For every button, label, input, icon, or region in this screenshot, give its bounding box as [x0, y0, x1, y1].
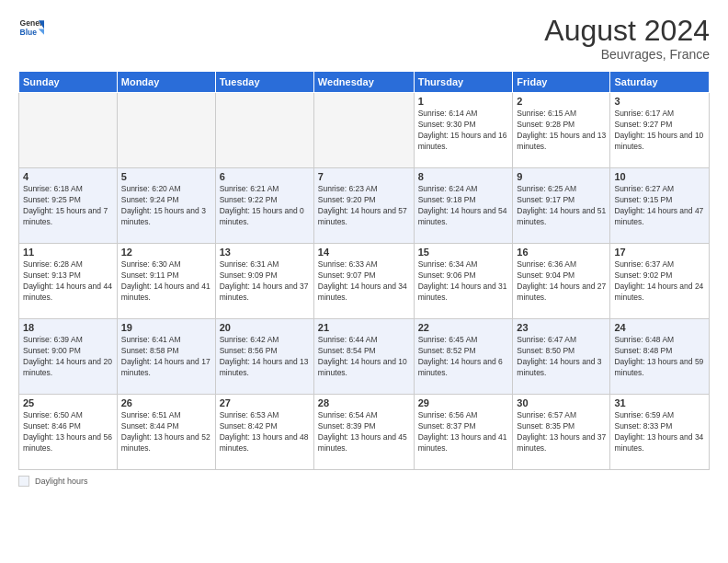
- day-info: Sunrise: 6:51 AM Sunset: 8:44 PM Dayligh…: [121, 410, 211, 454]
- header: General Blue August 2024 Beuvrages, Fran…: [18, 15, 710, 62]
- day-number: 3: [614, 96, 705, 107]
- location: Beuvrages, France: [544, 47, 710, 62]
- day-number: 30: [517, 397, 606, 408]
- logo: General Blue: [18, 15, 44, 40]
- day-info: Sunrise: 6:59 AM Sunset: 8:33 PM Dayligh…: [614, 410, 705, 454]
- calendar-cell: [215, 93, 313, 168]
- day-info: Sunrise: 6:31 AM Sunset: 9:09 PM Dayligh…: [220, 259, 310, 304]
- svg-text:Blue: Blue: [20, 28, 38, 37]
- day-number: 20: [220, 322, 310, 333]
- day-info: Sunrise: 6:50 AM Sunset: 8:46 PM Dayligh…: [23, 410, 113, 454]
- calendar-cell: 16Sunrise: 6:36 AM Sunset: 9:04 PM Dayli…: [513, 244, 610, 319]
- day-number: 4: [23, 171, 113, 182]
- day-info: Sunrise: 6:45 AM Sunset: 8:52 PM Dayligh…: [418, 335, 509, 379]
- calendar-cell: 14Sunrise: 6:33 AM Sunset: 9:07 PM Dayli…: [313, 244, 414, 319]
- day-info: Sunrise: 6:21 AM Sunset: 9:22 PM Dayligh…: [220, 184, 310, 228]
- calendar-cell: [19, 93, 118, 168]
- header-tuesday: Tuesday: [215, 72, 313, 93]
- day-number: 19: [121, 322, 211, 333]
- calendar-cell: [117, 93, 215, 168]
- day-info: Sunrise: 6:36 AM Sunset: 9:04 PM Dayligh…: [517, 259, 606, 304]
- header-saturday: Saturday: [610, 72, 710, 93]
- calendar-cell: 27Sunrise: 6:53 AM Sunset: 8:42 PM Dayli…: [215, 395, 313, 470]
- month-year: August 2024: [544, 15, 710, 47]
- day-info: Sunrise: 6:42 AM Sunset: 8:56 PM Dayligh…: [220, 335, 310, 379]
- day-number: 22: [418, 322, 509, 333]
- calendar-cell: 25Sunrise: 6:50 AM Sunset: 8:46 PM Dayli…: [19, 395, 118, 470]
- day-info: Sunrise: 6:37 AM Sunset: 9:02 PM Dayligh…: [614, 259, 705, 304]
- calendar-cell: 5Sunrise: 6:20 AM Sunset: 9:24 PM Daylig…: [117, 168, 215, 244]
- week-row-3: 11Sunrise: 6:28 AM Sunset: 9:13 PM Dayli…: [19, 244, 710, 319]
- day-info: Sunrise: 6:44 AM Sunset: 8:54 PM Dayligh…: [318, 335, 410, 379]
- day-number: 16: [517, 247, 606, 258]
- day-info: Sunrise: 6:39 AM Sunset: 9:00 PM Dayligh…: [23, 335, 113, 379]
- day-info: Sunrise: 6:23 AM Sunset: 9:20 PM Dayligh…: [318, 184, 410, 228]
- calendar-cell: 28Sunrise: 6:54 AM Sunset: 8:39 PM Dayli…: [313, 395, 414, 470]
- header-friday: Friday: [513, 72, 610, 93]
- week-row-4: 18Sunrise: 6:39 AM Sunset: 9:00 PM Dayli…: [19, 319, 710, 395]
- calendar-cell: 20Sunrise: 6:42 AM Sunset: 8:56 PM Dayli…: [215, 319, 313, 395]
- day-number: 2: [517, 96, 606, 107]
- calendar-cell: 1Sunrise: 6:14 AM Sunset: 9:30 PM Daylig…: [414, 93, 513, 168]
- day-number: 28: [318, 397, 410, 408]
- day-info: Sunrise: 6:24 AM Sunset: 9:18 PM Dayligh…: [418, 184, 509, 228]
- day-number: 24: [614, 322, 705, 333]
- day-number: 9: [517, 171, 606, 182]
- calendar-cell: 11Sunrise: 6:28 AM Sunset: 9:13 PM Dayli…: [19, 244, 118, 319]
- day-number: 6: [220, 171, 310, 182]
- day-info: Sunrise: 6:18 AM Sunset: 9:25 PM Dayligh…: [23, 184, 113, 228]
- day-info: Sunrise: 6:56 AM Sunset: 8:37 PM Dayligh…: [418, 410, 509, 454]
- calendar-cell: 2Sunrise: 6:15 AM Sunset: 9:28 PM Daylig…: [513, 93, 610, 168]
- day-number: 27: [220, 397, 310, 408]
- calendar-cell: 6Sunrise: 6:21 AM Sunset: 9:22 PM Daylig…: [215, 168, 313, 244]
- day-info: Sunrise: 6:20 AM Sunset: 9:24 PM Dayligh…: [121, 184, 211, 228]
- footer: Daylight hours: [18, 476, 710, 487]
- calendar-cell: 29Sunrise: 6:56 AM Sunset: 8:37 PM Dayli…: [414, 395, 513, 470]
- day-number: 11: [23, 247, 113, 258]
- day-info: Sunrise: 6:25 AM Sunset: 9:17 PM Dayligh…: [517, 184, 606, 228]
- day-number: 17: [614, 247, 705, 258]
- calendar-cell: 13Sunrise: 6:31 AM Sunset: 9:09 PM Dayli…: [215, 244, 313, 319]
- day-number: 14: [318, 247, 410, 258]
- calendar-cell: 26Sunrise: 6:51 AM Sunset: 8:44 PM Dayli…: [117, 395, 215, 470]
- calendar-cell: 9Sunrise: 6:25 AM Sunset: 9:17 PM Daylig…: [513, 168, 610, 244]
- day-number: 12: [121, 247, 211, 258]
- header-wednesday: Wednesday: [313, 72, 414, 93]
- week-row-2: 4Sunrise: 6:18 AM Sunset: 9:25 PM Daylig…: [19, 168, 710, 244]
- daylight-legend-box: [18, 476, 29, 487]
- logo-icon: General Blue: [18, 15, 44, 40]
- daylight-label: Daylight hours: [35, 477, 88, 486]
- calendar-cell: 22Sunrise: 6:45 AM Sunset: 8:52 PM Dayli…: [414, 319, 513, 395]
- calendar-cell: 18Sunrise: 6:39 AM Sunset: 9:00 PM Dayli…: [19, 319, 118, 395]
- day-number: 13: [220, 247, 310, 258]
- day-info: Sunrise: 6:28 AM Sunset: 9:13 PM Dayligh…: [23, 259, 113, 304]
- day-info: Sunrise: 6:15 AM Sunset: 9:28 PM Dayligh…: [517, 109, 606, 153]
- calendar-cell: 21Sunrise: 6:44 AM Sunset: 8:54 PM Dayli…: [313, 319, 414, 395]
- header-monday: Monday: [117, 72, 215, 93]
- day-number: 18: [23, 322, 113, 333]
- header-thursday: Thursday: [414, 72, 513, 93]
- day-number: 15: [418, 247, 509, 258]
- day-number: 10: [614, 171, 705, 182]
- day-info: Sunrise: 6:14 AM Sunset: 9:30 PM Dayligh…: [418, 109, 509, 153]
- calendar-cell: 30Sunrise: 6:57 AM Sunset: 8:35 PM Dayli…: [513, 395, 610, 470]
- calendar-table: Sunday Monday Tuesday Wednesday Thursday…: [18, 71, 710, 470]
- day-info: Sunrise: 6:33 AM Sunset: 9:07 PM Dayligh…: [318, 259, 410, 304]
- day-number: 31: [614, 397, 705, 408]
- calendar-page: General Blue August 2024 Beuvrages, Fran…: [0, 0, 728, 563]
- day-info: Sunrise: 6:30 AM Sunset: 9:11 PM Dayligh…: [121, 259, 211, 304]
- title-block: August 2024 Beuvrages, France: [544, 15, 710, 62]
- day-number: 7: [318, 171, 410, 182]
- day-info: Sunrise: 6:27 AM Sunset: 9:15 PM Dayligh…: [614, 184, 705, 228]
- calendar-cell: 31Sunrise: 6:59 AM Sunset: 8:33 PM Dayli…: [610, 395, 710, 470]
- day-info: Sunrise: 6:54 AM Sunset: 8:39 PM Dayligh…: [318, 410, 410, 454]
- header-sunday: Sunday: [19, 72, 118, 93]
- day-number: 1: [418, 96, 509, 107]
- day-info: Sunrise: 6:57 AM Sunset: 8:35 PM Dayligh…: [517, 410, 606, 454]
- day-info: Sunrise: 6:41 AM Sunset: 8:58 PM Dayligh…: [121, 335, 211, 379]
- calendar-cell: 10Sunrise: 6:27 AM Sunset: 9:15 PM Dayli…: [610, 168, 710, 244]
- calendar-cell: 12Sunrise: 6:30 AM Sunset: 9:11 PM Dayli…: [117, 244, 215, 319]
- calendar-cell: 23Sunrise: 6:47 AM Sunset: 8:50 PM Dayli…: [513, 319, 610, 395]
- calendar-cell: 8Sunrise: 6:24 AM Sunset: 9:18 PM Daylig…: [414, 168, 513, 244]
- calendar-cell: [313, 93, 414, 168]
